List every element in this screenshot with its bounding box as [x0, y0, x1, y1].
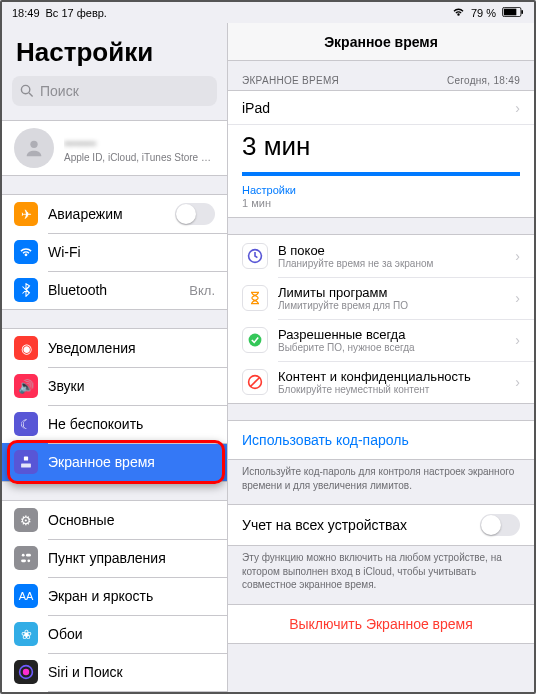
check-icon: [242, 327, 268, 353]
screentime-icon: [14, 450, 38, 474]
search-placeholder: Поиск: [40, 83, 79, 99]
svg-point-5: [30, 141, 37, 148]
svg-point-17: [249, 334, 262, 347]
sidebar-item-bluetooth[interactable]: Bluetooth Вкл.: [2, 271, 227, 309]
top-app-name: Настройки: [242, 184, 296, 196]
svg-rect-9: [26, 554, 31, 557]
share-across-devices-row[interactable]: Учет на всех устройствах: [228, 504, 534, 546]
sidebar-item-airplane[interactable]: ✈ Авиарежим: [2, 195, 227, 233]
hourglass-icon: [242, 285, 268, 311]
svg-point-3: [21, 85, 29, 93]
airplane-icon: ✈: [14, 202, 38, 226]
row-always-allowed[interactable]: Разрешенные всегдаВыберите ПО, нужное вс…: [228, 319, 534, 361]
row-content-privacy[interactable]: Контент и конфиденциальностьБлокируйте н…: [228, 361, 534, 403]
svg-line-19: [250, 377, 260, 387]
chevron-right-icon: ›: [515, 290, 520, 306]
sidebar-item-screentime[interactable]: Экранное время: [2, 443, 227, 481]
avatar: [14, 128, 54, 168]
detail-panel: Экранное время ЭКРАННОЕ ВРЕМЯ Сегодня, 1…: [228, 23, 534, 692]
sounds-icon: 🔊: [14, 374, 38, 398]
sidebar-item-wallpaper[interactable]: ❀ Обои: [2, 615, 227, 653]
sidebar-item-general[interactable]: ⚙ Основные: [2, 501, 227, 539]
chevron-right-icon: ›: [515, 374, 520, 390]
wallpaper-icon: ❀: [14, 622, 38, 646]
section-head-date: Сегодня, 18:49: [447, 75, 520, 86]
passcode-footnote: Используйте код-пароль для контроля наст…: [228, 460, 534, 504]
bluetooth-status: Вкл.: [189, 283, 215, 298]
chevron-right-icon: ›: [515, 248, 520, 264]
battery-icon: [502, 7, 524, 19]
sidebar-item-dnd[interactable]: ☾ Не беспокоить: [2, 405, 227, 443]
sidebar-item-control-center[interactable]: Пункт управления: [2, 539, 227, 577]
usage-bar: [242, 172, 520, 176]
sidebar-item-wifi[interactable]: Wi-Fi: [2, 233, 227, 271]
search-input[interactable]: Поиск: [12, 76, 217, 106]
status-time: 18:49: [12, 7, 40, 19]
account-sub: Apple ID, iCloud, iTunes Store и A...: [64, 152, 215, 163]
detail-title: Экранное время: [228, 23, 534, 61]
dnd-icon: ☾: [14, 412, 38, 436]
downtime-icon: [242, 243, 268, 269]
svg-point-13: [23, 669, 29, 675]
sidebar-item-siri[interactable]: Siri и Поиск: [2, 653, 227, 691]
section-head-label: ЭКРАННОЕ ВРЕМЯ: [242, 75, 339, 86]
use-passcode-link[interactable]: Использовать код-пароль: [228, 420, 534, 460]
chevron-right-icon: ›: [515, 332, 520, 348]
settings-sidebar: Настройки Поиск ------ Apple ID, iCloud,…: [2, 23, 228, 692]
device-name: iPad: [242, 100, 515, 116]
svg-rect-2: [521, 9, 523, 13]
sidebar-item-display[interactable]: AA Экран и яркость: [2, 577, 227, 615]
control-center-icon: [14, 546, 38, 570]
siri-icon: [14, 660, 38, 684]
share-toggle[interactable]: [480, 514, 520, 536]
wifi-icon: [452, 7, 465, 19]
sidebar-item-notifications[interactable]: ◉ Уведомления: [2, 329, 227, 367]
svg-rect-6: [24, 456, 28, 460]
notifications-icon: ◉: [14, 336, 38, 360]
row-downtime[interactable]: В покоеПланируйте время не за экраном ›: [228, 235, 534, 277]
bluetooth-icon: [14, 278, 38, 302]
svg-line-4: [29, 93, 32, 97]
display-icon: AA: [14, 584, 38, 608]
svg-point-11: [27, 559, 30, 562]
svg-rect-7: [21, 463, 31, 467]
account-name: ------: [64, 134, 215, 152]
airplane-toggle[interactable]: [175, 203, 215, 225]
svg-rect-10: [21, 559, 26, 562]
apple-id-row[interactable]: ------ Apple ID, iCloud, iTunes Store и …: [2, 121, 227, 175]
search-icon: [20, 84, 34, 98]
total-time: 3 мин: [228, 125, 534, 172]
chevron-right-icon: ›: [515, 100, 520, 116]
turn-off-screentime[interactable]: Выключить Экранное время: [228, 604, 534, 644]
status-date: Вс 17 февр.: [46, 7, 107, 19]
sidebar-item-touchid[interactable]: Touch ID и код-пароль: [2, 691, 227, 692]
status-bar: 18:49 Вс 17 февр. 79 %: [2, 2, 534, 23]
sidebar-title: Настройки: [2, 23, 227, 76]
svg-rect-1: [504, 8, 516, 15]
battery-percent: 79 %: [471, 7, 496, 19]
general-icon: ⚙: [14, 508, 38, 532]
row-app-limits[interactable]: Лимиты программЛимитируйте время для ПО …: [228, 277, 534, 319]
usage-card[interactable]: iPad › 3 мин Настройки 1 мин: [228, 90, 534, 218]
restrict-icon: [242, 369, 268, 395]
svg-point-8: [22, 554, 25, 557]
top-app-time: 1 мин: [242, 197, 520, 209]
sidebar-item-sounds[interactable]: 🔊 Звуки: [2, 367, 227, 405]
share-footnote: Эту функцию можно включить на любом устр…: [228, 546, 534, 604]
wifi-icon: [14, 240, 38, 264]
